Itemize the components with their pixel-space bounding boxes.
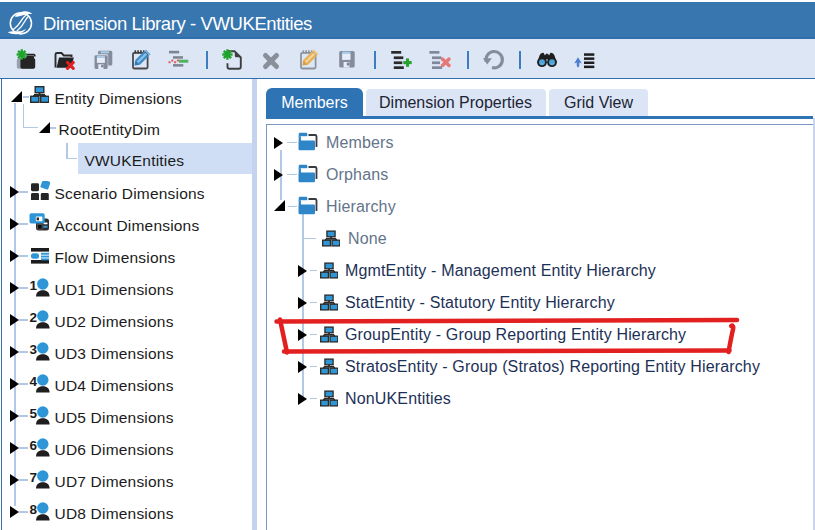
svg-text:1: 1 xyxy=(29,278,37,293)
svg-text:2: 2 xyxy=(29,310,37,325)
svg-text:5: 5 xyxy=(29,406,37,421)
svg-text:3: 3 xyxy=(29,342,37,357)
svg-text:4: 4 xyxy=(29,374,37,389)
svg-text:6: 6 xyxy=(29,438,37,453)
svg-text:8: 8 xyxy=(29,502,37,517)
svg-text:7: 7 xyxy=(29,470,37,485)
